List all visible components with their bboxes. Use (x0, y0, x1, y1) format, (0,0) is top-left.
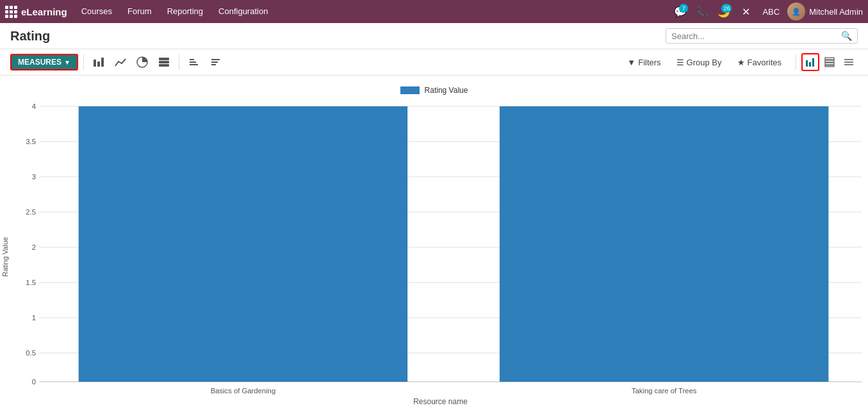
avatar[interactable]: 👤 (787, 3, 805, 20)
search-bar[interactable]: 🔍 (666, 28, 858, 44)
svg-rect-4 (159, 58, 169, 60)
filter-icon: ▼ (627, 58, 635, 67)
subheader: Rating 🔍 (0, 23, 868, 49)
group-by-icon: ☰ (676, 58, 684, 67)
svg-rect-18 (825, 63, 834, 65)
favorites-label: Favorites (748, 58, 782, 67)
svg-text:0: 0 (32, 378, 36, 386)
nav-courses[interactable]: Courses (75, 0, 119, 23)
bar-chart-icon-btn[interactable] (89, 53, 108, 71)
pie-chart-icon-btn[interactable] (133, 53, 152, 71)
search-input[interactable] (671, 31, 841, 41)
group-by-label: Group By (687, 58, 722, 67)
chat-button[interactable]: 💬 7 (671, 3, 689, 20)
chart-area: Rating Value Rating Value 4 (0, 76, 868, 414)
top-navigation: eLearning Courses Forum Reporting Config… (0, 0, 868, 23)
chart-container: Rating Value 4 3.5 3 (0, 100, 868, 414)
svg-text:3.5: 3.5 (26, 138, 36, 145)
svg-text:0.5: 0.5 (26, 349, 36, 357)
svg-rect-13 (806, 60, 808, 67)
group-by-button[interactable]: ☰ Group By (673, 56, 726, 69)
chat-badge: 7 (679, 4, 688, 13)
filter-group: ▼ Filters ☰ Group By ★ Favorites (623, 56, 785, 69)
star-icon: ★ (737, 58, 745, 67)
y-axis-label: Rating Value (0, 100, 13, 414)
legend-label: Rating Value (425, 86, 468, 95)
abc-button[interactable]: ABC (758, 7, 783, 17)
svg-text:Basics of Gardening: Basics of Gardening (211, 387, 276, 395)
svg-rect-14 (809, 62, 811, 67)
svg-text:2.5: 2.5 (26, 208, 36, 216)
svg-text:1.5: 1.5 (26, 279, 36, 286)
measures-arrow-icon: ▼ (64, 59, 70, 66)
svg-text:Taking care of Trees: Taking care of Trees (632, 387, 697, 395)
page-title: Rating (10, 29, 50, 44)
measures-button[interactable]: MEASURES ▼ (10, 54, 78, 70)
username[interactable]: Mitchell Admin (809, 7, 863, 17)
toolbar-separator-1 (83, 54, 84, 70)
svg-rect-5 (159, 61, 169, 63)
topnav-actions: 💬 7 📞 🌙 26 ✕ ABC 👤 Mitchell Admin (671, 3, 863, 20)
app-name: eLearning (21, 6, 67, 17)
chart-inner: 4 3.5 3 2.5 2 1.5 1 0.5 0 Basi (13, 100, 868, 414)
phone-button[interactable]: 📞 (693, 3, 711, 20)
svg-text:4: 4 (32, 102, 36, 110)
svg-rect-2 (101, 58, 104, 67)
ascending-icon-btn[interactable] (184, 53, 204, 71)
nav-forum[interactable]: Forum (121, 0, 158, 23)
table-view-button[interactable] (821, 53, 839, 71)
chart-svg: 4 3.5 3 2.5 2 1.5 1 0.5 0 Basi (13, 100, 868, 395)
nav-configuration[interactable]: Configuration (212, 0, 274, 23)
bar-taking-care-of-trees (500, 106, 828, 382)
svg-text:1: 1 (32, 314, 36, 322)
toolbar: MEASURES ▼ ▼ Filters ☰ Group By ★ Favori… (0, 49, 868, 76)
bar-basics-of-gardening (79, 106, 407, 382)
moon-badge: 26 (721, 4, 732, 13)
filters-button[interactable]: ▼ Filters (623, 56, 664, 69)
descending-icon-btn[interactable] (206, 53, 225, 71)
search-icon[interactable]: 🔍 (841, 31, 852, 41)
svg-rect-16 (825, 58, 834, 60)
toolbar-separator-2 (179, 54, 179, 70)
svg-rect-17 (825, 60, 834, 62)
svg-rect-6 (159, 64, 169, 67)
svg-rect-0 (94, 60, 96, 67)
stack-icon-btn[interactable] (154, 53, 174, 71)
x-axis-label: Resource name (13, 397, 868, 414)
favorites-button[interactable]: ★ Favorites (733, 56, 785, 69)
list-view-button[interactable] (840, 53, 858, 71)
app-logo[interactable]: eLearning (5, 6, 67, 18)
line-chart-icon-btn[interactable] (111, 53, 130, 71)
filters-label: Filters (638, 58, 660, 67)
chart-legend: Rating Value (0, 86, 868, 95)
legend-color-swatch (400, 86, 420, 94)
toolbar-separator-3 (796, 54, 796, 70)
grid-icon (5, 6, 17, 18)
view-icons (801, 53, 858, 71)
nav-reporting[interactable]: Reporting (161, 0, 209, 23)
bar-view-button[interactable] (801, 53, 819, 71)
svg-rect-19 (825, 65, 834, 67)
moon-button[interactable]: 🌙 26 (715, 3, 733, 20)
svg-rect-1 (97, 61, 100, 67)
svg-text:3: 3 (32, 173, 36, 181)
svg-text:2: 2 (32, 243, 36, 251)
close-button[interactable]: ✕ (737, 3, 755, 20)
measures-label: MEASURES (18, 58, 61, 67)
svg-rect-15 (812, 58, 814, 67)
